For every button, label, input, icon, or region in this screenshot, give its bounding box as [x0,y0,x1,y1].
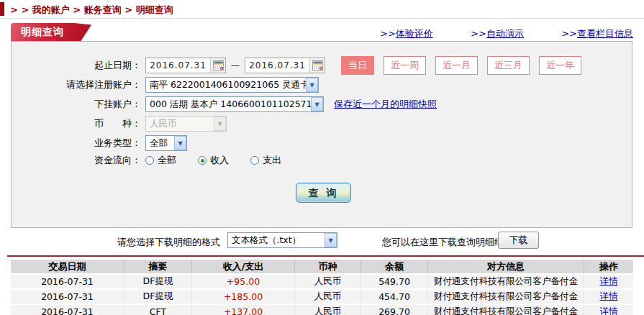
chevron-down-icon: ▼ [214,117,226,131]
col-header-amount: 收入/支出 [192,260,295,273]
cell-summary: CFT [124,305,192,315]
download-format-select[interactable]: 文本格式（.txt） ▼ [227,232,337,248]
sub-account-row: 下挂账户： 000 活期 基本户 1406600101102571848 ▼ 保… [12,96,437,112]
sub-account-select[interactable]: 000 活期 基本户 1406600101102571848 ▼ [145,96,324,112]
link-experience-review[interactable]: >>体验评价 [380,27,433,40]
col-header-counterparty: 对方信息 [428,260,584,273]
date-range-row: 起止日期： 2016.07.31 — [12,56,581,75]
cell-amount: +137.00 [192,305,295,315]
fund-flow-option-income-label: 收入 [210,154,229,167]
download-format-label: 请您选择下载明细的格式 [117,236,220,249]
currency-row: 币 种： 人民币 ▼ [12,116,227,132]
table-row: 2016-07-31 CFT +137.00 人民币 269.70 财付通支付科… [11,305,633,315]
detail-link[interactable]: 详情 [600,275,618,286]
link-experience-review-text[interactable]: 体验评价 [396,28,433,39]
sub-account-value: 000 活期 基本户 1406600101102571848 [146,99,311,111]
chevron-down-icon[interactable]: ▼ [311,97,323,111]
quick-range-buttons: 当日 近一周 近一月 近三月 近一年 [341,56,581,75]
fund-flow-label: 资金流向： [12,154,141,167]
link-column-info[interactable]: >>查看栏目信息 [561,27,633,40]
fund-flow-option-income[interactable]: 收入 [198,154,229,167]
end-date-value[interactable]: 2016.07.31 [245,58,309,73]
fund-flow-option-all[interactable]: 全部 [145,154,176,167]
cell-balance: 269.70 [361,305,428,315]
download-format-value: 文本格式（.txt） [228,234,325,247]
header-divider [0,18,644,19]
fund-flow-options: 全部 收入 支出 [145,154,281,167]
cell-date: 2016-07-31 [11,305,124,315]
col-header-currency: 币种 [295,260,361,273]
cell-date: 2016-07-31 [11,275,124,288]
table-header-row: 交易日期 摘要 收入/支出 币种 余额 对方信息 操作 [11,260,633,273]
detail-query-page: > > 我的账户 > 账务查询 > 明细查询 明细查询 >>体验评价 >>自动演… [0,0,644,315]
cell-balance: 454.70 [361,290,428,303]
start-date-input[interactable]: 2016.07.31 [145,58,226,73]
calendar-icon [312,60,323,70]
detail-link[interactable]: 详情 [600,306,618,315]
cell-amount: +185.00 [192,290,295,303]
fund-flow-option-expense[interactable]: 支出 [250,154,281,167]
link-arrow-prefix: >> [380,28,396,39]
currency-label: 币 种： [12,117,141,130]
chevron-down-icon[interactable]: ▼ [174,136,186,150]
business-type-select[interactable]: 全部 ▼ [145,135,187,151]
quick-range-month-button[interactable]: 近一月 [435,56,478,75]
quick-range-quarter-button[interactable]: 近三月 [487,56,530,75]
link-auto-demo[interactable]: >>自动演示 [471,27,524,40]
business-type-value: 全部 [146,137,174,150]
start-date-value[interactable]: 2016.07.31 [146,58,210,73]
table-row: 2016-07-31 DF提现 +185.00 人民币 454.70 财付通支付… [11,290,633,303]
cell-currency: 人民币 [295,275,361,288]
cell-summary: DF提现 [124,275,192,288]
download-hint: 您可以在这里下载查询明细结果 [382,236,513,249]
business-type-label: 业务类型： [12,137,141,150]
table-row: 2016-07-31 DF提现 +95.00 人民币 549.70 财付通支付科… [11,275,633,288]
cell-counterparty: 财付通支付科技有限公司客户备付金 [428,290,584,303]
cell-date: 2016-07-31 [11,290,124,303]
date-range-separator: — [231,60,240,70]
register-account-select[interactable]: 南平 6222001406100921065 灵通卡 ▼ [145,77,319,93]
top-links: >>体验评价 >>自动演示 >>查看栏目信息 [380,27,633,40]
radio-icon[interactable] [145,156,154,165]
col-header-summary: 摘要 [124,260,192,273]
query-button[interactable]: 查 询 [296,183,351,203]
cell-balance: 549.70 [361,275,428,288]
cell-counterparty: 财付通支付科技有限公司客户备付金 [428,275,584,288]
business-type-row: 业务类型： 全部 ▼ [12,135,187,151]
tab-detail-query[interactable]: 明细查询 [11,23,91,41]
link-arrow-prefix: >> [471,28,486,39]
quick-range-week-button[interactable]: 近一周 [384,56,426,75]
col-header-date: 交易日期 [11,260,124,273]
breadcrumb-accent-bar [0,2,4,16]
quick-range-today-button[interactable]: 当日 [341,56,374,75]
cell-counterparty: 财付通支付科技有限公司客户备付金 [428,305,584,315]
quick-range-year-button[interactable]: 近一年 [539,56,581,75]
fund-flow-option-all-label: 全部 [158,154,176,167]
sub-account-label: 下挂账户： [12,98,141,111]
detail-link[interactable]: 详情 [600,291,618,301]
radio-checked-icon[interactable] [198,156,207,165]
chevron-down-icon[interactable]: ▼ [325,233,337,247]
register-account-row: 请选择注册账户： 南平 6222001406100921065 灵通卡 ▼ [12,77,319,93]
register-account-label: 请选择注册账户： [12,78,141,91]
end-date-calendar-button[interactable] [309,58,325,73]
download-button[interactable]: 下载 [498,232,539,249]
radio-icon[interactable] [250,156,259,165]
save-snapshot-link[interactable]: 保存近一个月的明细快照 [334,98,437,111]
fund-flow-option-expense-label: 支出 [263,154,281,167]
start-date-calendar-button[interactable] [210,58,225,73]
cell-summary: DF提现 [124,290,192,303]
fund-flow-row: 资金流向： 全部 收入 支出 [12,154,281,167]
link-auto-demo-text[interactable]: 自动演示 [486,28,524,39]
register-account-value: 南平 6222001406100921065 灵通卡 [146,79,306,91]
col-header-action: 操作 [584,260,633,273]
currency-value: 人民币 [146,118,214,130]
end-date-input[interactable]: 2016.07.31 [245,58,325,73]
chevron-down-icon[interactable]: ▼ [306,78,318,92]
currency-select: 人民币 ▼ [145,116,227,132]
link-column-info-text[interactable]: 查看栏目信息 [577,28,633,39]
cell-amount: +95.00 [192,275,295,288]
cell-currency: 人民币 [295,305,361,315]
calendar-icon [213,60,224,70]
table-top-rule [7,255,644,257]
